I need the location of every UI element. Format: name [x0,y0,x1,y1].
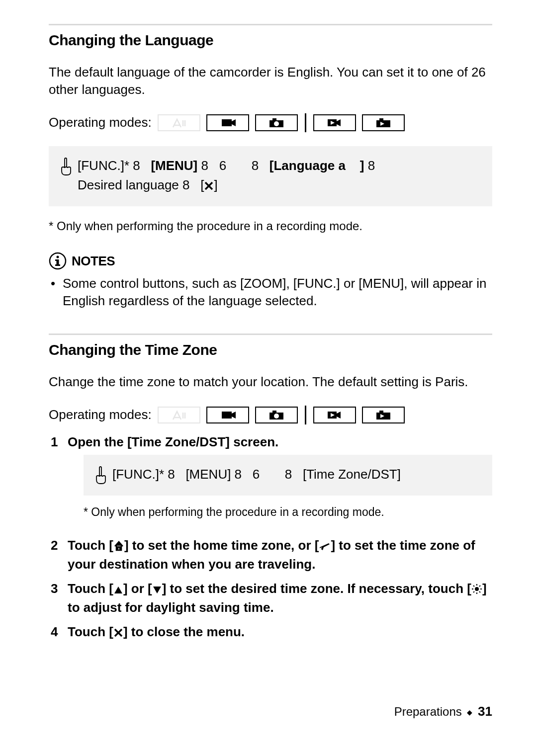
notes-header: NOTES [49,252,492,270]
mode-play-photo-icon [362,407,405,423]
section2-heading-bar: Changing the Time Zone [49,334,492,360]
section2-operating-modes: Operating modes: [49,406,492,424]
mode-record-photo-icon [255,407,298,423]
section2-intro: Change the time zone to match your locat… [49,373,492,391]
footer-page: 31 [478,704,492,719]
info-icon [49,252,67,270]
mode-play-video-icon [313,407,356,423]
mode-separator [305,406,306,424]
bullet-dot: • [51,275,60,310]
section2-touch-sequence: [FUNC.]* 8 [MENU] 8 6 8 [Time Zone/DST] [84,455,492,496]
section1-heading-bar: Changing the Language [49,24,492,51]
mode-auto-icon [158,114,200,131]
mode-record-video-icon [206,407,249,423]
step-3: 3 Touch [] or [] to set the desired time… [51,580,492,616]
svg-point-19 [475,587,479,591]
svg-rect-11 [55,264,60,266]
svg-rect-12 [222,412,232,419]
section2-footnote: * Only when performing the procedure in … [84,504,492,520]
section1-heading: Changing the Language [49,30,492,51]
svg-rect-10 [55,259,58,261]
up-triangle-icon [113,582,123,599]
svg-rect-14 [272,411,276,413]
svg-point-3 [274,121,279,126]
svg-point-8 [57,256,59,258]
svg-rect-0 [222,119,232,126]
svg-line-24 [473,586,474,587]
footer-diamond-icon: ◆ [465,708,474,716]
section1-touch-sequence: [FUNC.]* 8 [MENU] 8 6 8 [Language a ] 8 … [49,146,492,206]
airplane-icon [319,538,331,556]
down-triangle-icon [152,582,162,599]
touch-pointer-icon [59,156,74,196]
footer-section: Preparations [394,705,462,718]
svg-rect-6 [379,118,383,121]
sun-dst-icon [471,582,482,599]
step-4: 4 Touch [] to close the menu. [51,623,492,642]
mode-auto-icon [158,407,200,423]
section1-footnote: * Only when performing the procedure in … [49,218,492,234]
home-icon [113,538,124,556]
svg-rect-2 [272,118,276,121]
touch-sequence-text: [FUNC.]* 8 [MENU] 8 6 8 [Time Zone/DST] [112,465,478,486]
modes-label: Operating modes: [49,114,152,131]
mode-separator [305,113,306,132]
close-x-icon [113,625,123,642]
touch-pointer-icon [93,465,108,486]
step-1: 1 Open the [Time Zone/DST] screen. [FUNC… [51,433,492,530]
close-x-icon [204,177,214,196]
section2-heading: Changing the Time Zone [49,340,492,360]
svg-line-27 [473,591,474,592]
svg-point-15 [274,414,279,419]
svg-rect-18 [379,411,383,413]
modes-label: Operating modes: [49,406,152,423]
mode-record-photo-icon [255,114,298,131]
svg-line-25 [479,591,480,592]
section1-operating-modes: Operating modes: [49,113,492,132]
page-footer: Preparations ◆ 31 [394,703,492,720]
touch-sequence-text: [FUNC.]* 8 [MENU] 8 6 8 [Language a ] 8 … [78,156,478,196]
mode-record-video-icon [206,114,249,131]
mode-play-photo-icon [362,114,405,131]
mode-play-video-icon [313,114,356,131]
section1-intro: The default language of the camcorder is… [49,64,492,98]
step-2: 2 Touch [] to set the home time zone, or… [51,537,492,573]
svg-line-26 [479,586,480,587]
notes-label: NOTES [72,252,115,270]
notes-bullet-1: • Some control buttons, such as [ZOOM], … [49,275,492,310]
section2-steps: 1 Open the [Time Zone/DST] screen. [FUNC… [49,433,492,643]
